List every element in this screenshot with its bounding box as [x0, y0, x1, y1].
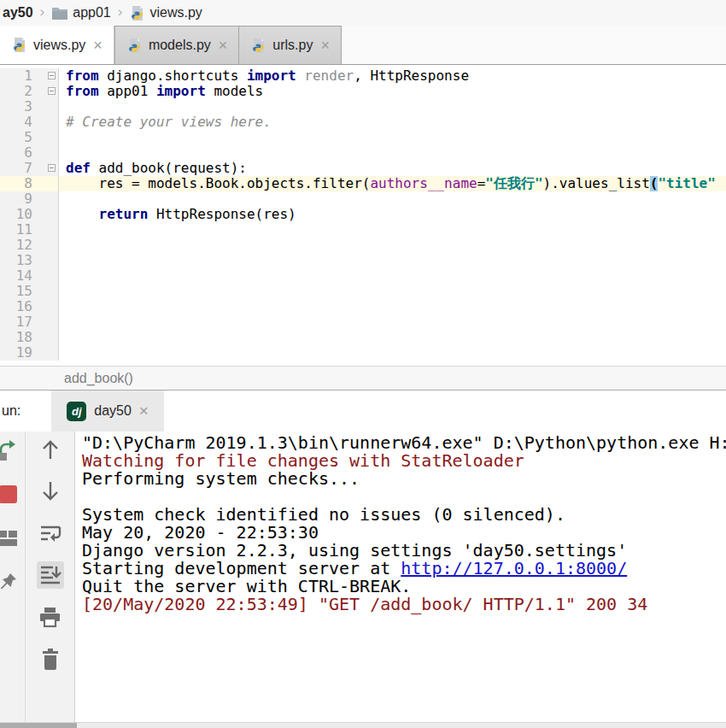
code-text[interactable] — [59, 99, 726, 114]
code-line[interactable]: 19 — [0, 345, 726, 361]
code-token: return — [99, 207, 149, 222]
tab-viewspy[interactable]: views.py× — [0, 26, 114, 64]
code-line[interactable]: 6 — [0, 145, 726, 161]
line-number: 14 — [0, 268, 59, 284]
code-line[interactable]: 17 — [0, 314, 726, 330]
console-text: Performing system checks... — [82, 468, 360, 489]
code-line[interactable]: 14 — [0, 268, 726, 284]
code-text[interactable] — [59, 222, 726, 238]
run-panel-header: un: dj day50 × — [0, 390, 726, 432]
python-icon — [11, 37, 27, 53]
line-number: 19 — [0, 345, 59, 361]
code-text[interactable] — [59, 145, 726, 161]
breadcrumb-label: ay50 — [3, 5, 33, 21]
soft-wrap-icon — [38, 522, 62, 544]
code-line[interactable]: 4# Create your views here. — [0, 114, 726, 130]
fold-icon[interactable] — [48, 87, 56, 95]
code-text[interactable]: # Create your views here. — [59, 114, 726, 130]
code-line[interactable]: 7def add_book(request): — [0, 161, 726, 176]
down-arrow-button[interactable] — [37, 478, 64, 505]
code-editor[interactable]: 1from django.shortcuts import render, Ht… — [0, 65, 726, 366]
code-line[interactable]: 16 — [0, 299, 726, 314]
code-text[interactable]: from django.shortcuts import render, Htt… — [59, 68, 726, 84]
code-text[interactable] — [59, 330, 726, 345]
print-button[interactable] — [37, 603, 64, 631]
code-line[interactable]: 8 res = models.Book.objects.filter(autho… — [0, 176, 726, 191]
code-token: authors__name — [370, 176, 477, 191]
code-text[interactable] — [59, 253, 726, 268]
line-number: 3 — [0, 99, 59, 114]
scroll-to-end-button[interactable] — [37, 561, 64, 589]
breadcrumb-label: views.py — [149, 5, 202, 21]
python-icon — [126, 38, 143, 54]
code-line[interactable]: 18 — [0, 330, 726, 345]
code-text[interactable] — [59, 314, 726, 330]
code-line[interactable]: 9 — [0, 191, 726, 207]
line-number: 6 — [0, 145, 59, 161]
code-token: # Create your views here. — [66, 114, 272, 130]
breadcrumb-item-app01[interactable]: app01 — [51, 5, 111, 21]
code-line[interactable]: 11 — [0, 222, 726, 238]
code-text[interactable] — [59, 191, 726, 207]
code-token: ( — [650, 176, 659, 191]
print-icon — [38, 606, 61, 629]
code-token: app01 — [99, 84, 156, 99]
line-number: 9 — [0, 191, 59, 207]
code-text[interactable] — [59, 299, 726, 314]
code-text[interactable] — [59, 238, 726, 253]
breadcrumb-separator: › — [118, 3, 123, 21]
code-text[interactable] — [59, 268, 726, 284]
code-text[interactable] — [59, 345, 726, 361]
rerun-button[interactable] — [0, 438, 21, 462]
fold-icon[interactable] — [48, 164, 56, 172]
close-icon[interactable]: × — [139, 402, 149, 420]
line-number: 17 — [0, 314, 59, 330]
code-line[interactable]: 10 return HttpResponse(res) — [0, 207, 726, 222]
horizontal-scrollbar — [0, 722, 726, 728]
code-line[interactable]: 5 — [0, 130, 726, 145]
run-tab-day50[interactable]: dj day50 × — [51, 390, 164, 432]
console-line: [20/May/2020 22:53:49] "GET /add_book/ H… — [82, 596, 726, 614]
clear-button[interactable] — [37, 645, 64, 672]
soft-wrap-button[interactable] — [37, 520, 64, 547]
code-line[interactable]: 13 — [0, 253, 726, 268]
tab-urlspy[interactable]: urls.py× — [239, 26, 342, 64]
code-token: import — [156, 84, 206, 99]
code-text[interactable]: def add_book(request): — [59, 161, 726, 176]
code-token: "title" — [658, 176, 715, 191]
code-text[interactable]: from app01 import models — [59, 84, 726, 99]
restore-layout-button[interactable] — [0, 525, 21, 549]
tab-close-icon[interactable]: × — [93, 38, 102, 53]
line-number: 11 — [0, 222, 59, 238]
code-line[interactable]: 15 — [0, 284, 726, 299]
line-number: 16 — [0, 299, 59, 314]
breadcrumb-item-ay50[interactable]: ay50 — [3, 5, 33, 21]
code-text[interactable] — [59, 284, 726, 299]
breadcrumb-item-viewspy[interactable]: views.py — [129, 5, 202, 21]
run-tab-label: day50 — [94, 403, 132, 419]
code-text[interactable]: res = models.Book.objects.filter(authors… — [59, 176, 726, 191]
code-text[interactable]: return HttpResponse(res) — [59, 207, 726, 222]
pin-icon — [0, 572, 18, 591]
tab-close-icon[interactable]: × — [320, 38, 330, 53]
code-text[interactable] — [59, 130, 726, 145]
code-line[interactable]: 1from django.shortcuts import render, Ht… — [0, 68, 726, 84]
up-arrow-button[interactable] — [37, 436, 64, 463]
code-line[interactable]: 3 — [0, 99, 726, 114]
code-line[interactable]: 12 — [0, 238, 726, 253]
code-token — [66, 207, 99, 222]
console-output[interactable]: "D:\PyCharm 2019.1.3\bin\runnerw64.exe" … — [75, 432, 726, 722]
server-link[interactable]: http://127.0.0.1:8000/ — [401, 558, 627, 578]
tab-close-icon[interactable]: × — [219, 38, 228, 53]
code-line[interactable]: 2from app01 import models — [0, 84, 726, 99]
method-breadcrumb[interactable]: add_book() — [64, 371, 133, 385]
fold-icon[interactable] — [48, 72, 56, 79]
line-number: 15 — [0, 284, 59, 299]
python-icon — [129, 5, 145, 21]
code-token: def — [66, 161, 91, 176]
tab-modelspy[interactable]: models.py× — [114, 26, 239, 64]
scrollbar-thumb[interactable] — [0, 723, 77, 728]
pin-button[interactable] — [0, 569, 21, 593]
python-icon — [250, 38, 266, 54]
stop-button[interactable] — [0, 482, 21, 506]
